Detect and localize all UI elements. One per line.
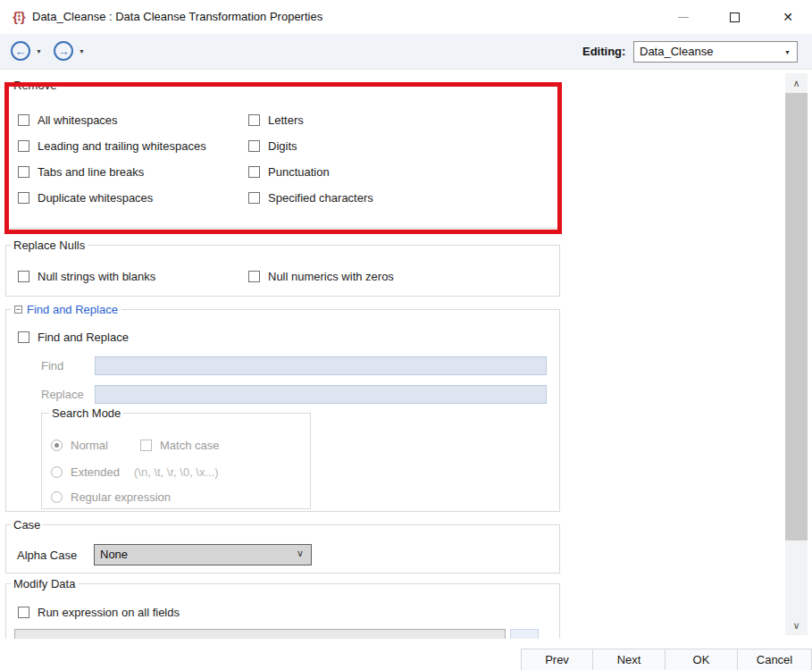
checkbox-duplicate-whitespaces[interactable]: [18, 192, 29, 204]
app-icon: {⁝}: [9, 7, 29, 27]
checkbox-label: Specified characters: [268, 190, 373, 205]
scrollbar-thumb[interactable]: [785, 93, 808, 540]
checkbox-match-case: [140, 440, 152, 451]
checkbox-null-numerics-zeros[interactable]: [248, 271, 260, 282]
toolbar: ← ▼ → ▼ Editing: Data_Cleanse ▼: [0, 34, 812, 70]
checkbox-letters[interactable]: [248, 114, 260, 126]
modify-data-group-title: Modify Data: [11, 576, 78, 591]
window-title: Data_Cleanse : Data Cleanse Transformati…: [32, 0, 322, 34]
search-mode-group-title: Search Mode: [49, 406, 123, 421]
checkbox-all-whitespaces[interactable]: [18, 114, 29, 126]
checkbox-digits[interactable]: [248, 140, 260, 152]
forward-icon: →: [58, 45, 70, 58]
remove-group: Remove All whitespaces Leading and trail…: [5, 85, 560, 229]
checkbox-label: Tabs and line breaks: [38, 164, 144, 180]
replace-label: Replace: [41, 387, 84, 402]
properties-panel: Remove All whitespaces Leading and trail…: [0, 70, 812, 639]
checkbox-run-expression-all-fields[interactable]: [18, 607, 29, 618]
ok-button[interactable]: OK: [665, 649, 738, 670]
checkbox-label: Digits: [268, 138, 297, 154]
forward-button[interactable]: →: [54, 41, 73, 61]
checkbox-label: Find and Replace: [38, 330, 129, 345]
alpha-case-value: None: [100, 545, 128, 565]
scroll-down-icon: ∨: [792, 620, 799, 632]
checkbox-label: Null numerics with zeros: [268, 269, 394, 284]
minimize-button[interactable]: [663, 0, 704, 34]
maximize-button[interactable]: [714, 0, 755, 34]
radio-normal: [51, 440, 63, 451]
editing-label: Editing:: [582, 34, 625, 70]
dialog-window: {⁝} Data_Cleanse : Data Cleanse Transfor…: [0, 0, 812, 670]
checkbox-label: Leading and trailing whitespaces: [38, 138, 206, 154]
next-button[interactable]: Next: [592, 649, 666, 670]
title-bar: {⁝} Data_Cleanse : Data Cleanse Transfor…: [0, 0, 812, 34]
radio-regular-expression: [51, 491, 63, 503]
back-dropdown-caret-icon[interactable]: ▼: [36, 48, 42, 54]
scroll-down-button[interactable]: ∨: [785, 616, 808, 635]
search-mode-group: Search Mode Normal Match case Extended (…: [41, 413, 311, 509]
editing-dropdown[interactable]: Data_Cleanse ▼: [633, 41, 798, 63]
checkbox-label: Duplicate whitespaces: [38, 190, 153, 205]
remove-group-title: Remove: [11, 78, 59, 93]
minimize-icon: [678, 17, 689, 18]
forward-dropdown-caret-icon[interactable]: ▼: [79, 48, 85, 54]
find-replace-group-title: Find and Replace: [27, 302, 118, 317]
checkbox-label: Match case: [160, 438, 219, 453]
caret-down-icon: ▼: [784, 49, 791, 55]
checkbox-label: All whitespaces: [38, 113, 118, 128]
replace-input: [95, 385, 547, 404]
case-group: Case Alpha Case None ∨: [5, 524, 560, 574]
close-button[interactable]: ✕: [767, 0, 808, 34]
chevron-down-icon: ∨: [297, 548, 304, 559]
expression-input: [14, 629, 506, 639]
back-button[interactable]: ←: [11, 41, 30, 61]
modify-data-group: Modify Data Run expression on all fields: [5, 583, 560, 639]
find-replace-group: − Find and Replace Find and Replace Find…: [5, 309, 560, 512]
editing-dropdown-value: Data_Cleanse: [640, 42, 713, 62]
scroll-up-button[interactable]: ∧: [785, 73, 808, 93]
cancel-button[interactable]: Cancel: [737, 649, 812, 670]
vertical-scrollbar[interactable]: ∧ ∨: [785, 73, 808, 635]
radio-label: Extended: [71, 465, 120, 480]
checkbox-find-and-replace[interactable]: [18, 331, 29, 343]
checkbox-punctuation[interactable]: [248, 166, 260, 178]
maximize-icon: [730, 13, 740, 22]
replace-nulls-group-title: Replace Nulls: [11, 238, 88, 253]
checkbox-leading-trailing-whitespaces[interactable]: [18, 140, 29, 152]
collapse-icon[interactable]: −: [14, 306, 22, 314]
expression-browse-button: [510, 629, 539, 639]
checkbox-tabs-line-breaks[interactable]: [18, 166, 29, 178]
checkbox-label: Letters: [268, 113, 304, 128]
checkbox-null-strings-blanks[interactable]: [18, 271, 29, 282]
radio-label: Normal: [71, 438, 108, 453]
find-input: [95, 356, 547, 375]
find-replace-header: − Find and Replace: [11, 302, 121, 317]
checkbox-label: Punctuation: [268, 164, 330, 180]
alpha-case-dropdown[interactable]: None ∨: [94, 544, 312, 565]
case-group-title: Case: [11, 517, 43, 532]
back-icon: ←: [15, 45, 27, 58]
checkbox-label: Run expression on all fields: [38, 605, 180, 620]
scroll-up-icon: ∧: [792, 78, 799, 89]
radio-extended: [51, 466, 63, 478]
replace-nulls-group: Replace Nulls Null strings with blanks N…: [5, 245, 560, 297]
prev-button[interactable]: Prev: [521, 649, 593, 670]
footer: Prev Next OK Cancel: [0, 639, 812, 670]
checkbox-label: Null strings with blanks: [38, 269, 155, 284]
extended-hint: (\n, \t, \r, \0, \x...): [134, 465, 219, 480]
find-label: Find: [41, 358, 63, 373]
alpha-case-label: Alpha Case: [17, 548, 77, 563]
checkbox-specified-characters[interactable]: [248, 192, 260, 204]
radio-label: Regular expression: [71, 490, 171, 505]
